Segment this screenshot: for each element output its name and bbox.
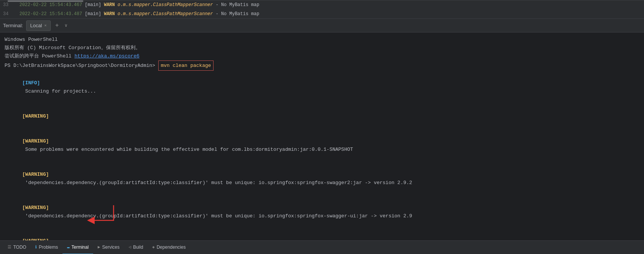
todo-icon: ☰ [8,245,11,249]
info-scanning: [INFO] Scanning for projects... [5,71,639,104]
warning-empty-1: [WARNING] [5,104,639,129]
toolbar-problems[interactable]: ℹ Problems [31,241,62,254]
warning-dep1: [WARNING] 'dependencies.dependency.(grou… [5,162,639,195]
log-scrollbar[interactable] [0,0,644,0]
terminal-tab-bar: Terminal: Local × + ∨ [0,19,644,33]
services-label: Services [102,245,120,250]
build-icon: ◁ [129,245,131,249]
warning-dep2: [WARNING] 'dependencies.dependency.(grou… [5,195,639,229]
powershell-header: Windows PowerShell [5,36,639,44]
tab-dropdown-button[interactable]: ∨ [62,21,70,30]
pscore6-link[interactable]: https://aka.ms/pscore6 [75,53,140,59]
dependencies-icon: ◈ [152,245,155,249]
todo-label: TODO [13,245,26,250]
toolbar-todo[interactable]: ☰ TODO [3,241,31,254]
top-log-area: 33 2022-02-22 15:54:43.467 [main] WARN o… [0,0,644,19]
log-line-33: 33 2022-02-22 15:54:43.467 [main] WARN o… [0,0,644,9]
new-tab-button[interactable]: + [52,21,61,30]
dependencies-label: Dependencies [157,245,186,250]
toolbar-build[interactable]: ◁ Build [124,241,148,254]
warning-model: [WARNING] Some problems were encountered… [5,129,639,162]
prompt-line: PS D:\JetBrainsWorkSpace\Springboot\Dorm… [5,60,639,71]
main-wrapper: Windows PowerShell 版权所有 (C) Microsoft Co… [0,33,644,240]
toolbar-terminal[interactable]: ▬ Terminal [62,241,93,254]
terminal-tab-local[interactable]: Local × [26,20,51,31]
crossplatform-line: 尝试新的跨平台 PowerShell https://aka.ms/pscore… [5,52,639,60]
log-scrollbar-thumb [8,0,83,2]
problems-icon: ℹ [35,245,37,249]
toolbar-dependencies[interactable]: ◈ Dependencies [148,241,190,254]
log-line-34: 34 2022-02-22 15:54:43.487 [main] WARN o… [0,9,644,19]
warning-empty-2: [WARNING] [5,229,639,240]
build-label: Build [133,245,143,250]
terminal-content: Windows PowerShell 版权所有 (C) Microsoft Co… [0,33,644,240]
terminal-icon: ▬ [67,245,70,249]
copyright-line: 版权所有 (C) Microsoft Corporation。保留所有权利。 [5,44,639,52]
tab-close-icon[interactable]: × [44,23,47,28]
command-text: mvn clean package [161,63,211,68]
terminal-label: Terminal: [3,23,23,28]
command-box: mvn clean package [158,60,214,71]
terminal-label-btn: Terminal [72,245,89,250]
problems-label: Problems [39,245,58,250]
prompt-text: PS D:\JetBrainsWorkSpace\Springboot\Dorm… [5,62,158,70]
tab-local-name: Local [30,23,42,28]
toolbar-services[interactable]: ▶ Services [93,241,124,254]
services-icon: ▶ [98,245,100,249]
bottom-toolbar: ☰ TODO ℹ Problems ▬ Terminal ▶ Services … [0,240,644,254]
